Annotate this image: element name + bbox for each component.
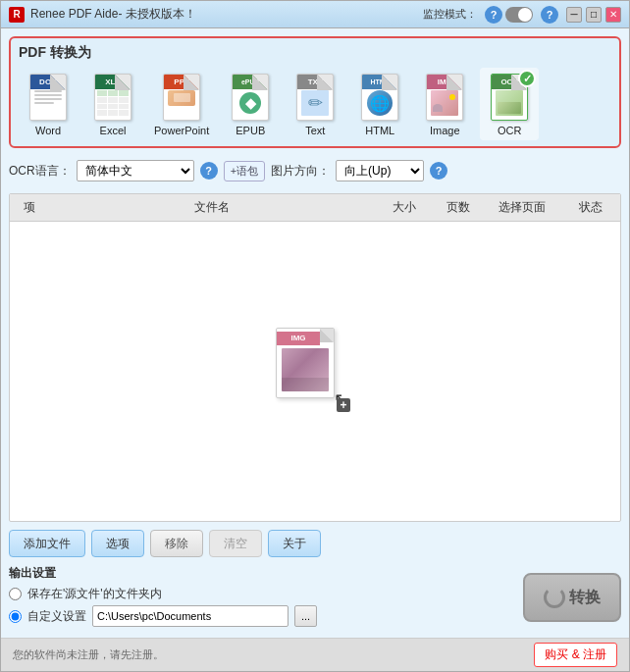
about-btn[interactable]: 关于 bbox=[268, 530, 321, 557]
format-text[interactable]: TXT ✏ Text bbox=[286, 68, 344, 140]
output-row: 输出设置 保存在'源文件'的文件夹内 自定义设置 ... 转换 bbox=[9, 565, 621, 630]
table-body: IMG ↖ + bbox=[10, 222, 620, 521]
ocr-options-row: OCR语言： 简体中文 ? +语包 图片方向： 向上(Up) ? bbox=[9, 156, 621, 185]
title-bar: R Renee PDF Aide- 未授权版本！ 监控模式： ? ? ─ □ ✕ bbox=[1, 1, 629, 28]
maximize-btn[interactable]: □ bbox=[586, 7, 602, 23]
ocr-selected-badge: ✓ bbox=[518, 70, 536, 87]
options-btn[interactable]: 选项 bbox=[91, 530, 144, 557]
radio-row-1: 保存在'源文件'的文件夹内 bbox=[9, 586, 513, 602]
add-file-btn[interactable]: 添加文件 bbox=[9, 530, 85, 557]
epub-label: EPUB bbox=[236, 125, 265, 136]
remove-btn[interactable]: 移除 bbox=[150, 530, 203, 557]
format-image[interactable]: IMG Image bbox=[415, 68, 474, 140]
th-filename: 文件名 bbox=[49, 197, 375, 218]
format-icon-row: DOC Word bbox=[19, 68, 611, 140]
output-title: 输出设置 bbox=[9, 565, 513, 582]
direction-select[interactable]: 向上(Up) bbox=[336, 160, 424, 181]
word-label: Word bbox=[35, 125, 61, 136]
placeholder-icon: IMG ↖ + bbox=[276, 328, 354, 416]
content-area: PDF 转换为 DOC bbox=[1, 28, 629, 638]
format-word[interactable]: DOC Word bbox=[19, 68, 78, 140]
direction-label: 图片方向： bbox=[271, 163, 330, 180]
ppt-label: PowerPoint bbox=[154, 125, 209, 136]
close-btn[interactable]: ✕ bbox=[605, 7, 621, 23]
pdf-convert-panel: PDF 转换为 DOC bbox=[9, 36, 621, 148]
radio-custom-label: 自定义设置 bbox=[27, 608, 86, 625]
help-btn[interactable]: ? bbox=[541, 6, 558, 24]
radio-source-label: 保存在'源文件'的文件夹内 bbox=[27, 586, 162, 602]
output-settings: 输出设置 保存在'源文件'的文件夹内 自定义设置 ... bbox=[9, 565, 513, 630]
browse-btn[interactable]: ... bbox=[294, 605, 317, 627]
format-excel[interactable]: XLS Excel bbox=[83, 68, 142, 140]
ocr-label: OCR bbox=[498, 125, 521, 136]
bottom-bar: 您的软件尚未注册，请先注册。 购买 & 注册 bbox=[1, 638, 629, 671]
monitor-mode-label: 监控模式： bbox=[423, 7, 477, 22]
buy-btn[interactable]: 购买 & 注册 bbox=[534, 643, 617, 667]
convert-label: 转换 bbox=[569, 588, 601, 608]
th-xiang: 项 bbox=[10, 197, 49, 218]
radio-row-2: 自定义设置 ... bbox=[9, 605, 513, 627]
radio-custom[interactable] bbox=[9, 610, 22, 623]
file-table: 项 文件名 大小 页数 选择页面 状态 bbox=[9, 193, 621, 522]
th-size: 大小 bbox=[375, 197, 434, 218]
minimize-btn[interactable]: ─ bbox=[566, 7, 582, 23]
ocr-help-btn[interactable]: ? bbox=[200, 162, 218, 180]
action-buttons: 添加文件 选项 移除 清空 关于 bbox=[9, 530, 621, 557]
convert-spin-icon bbox=[544, 587, 565, 608]
monitor-toggle[interactable] bbox=[505, 7, 533, 23]
th-selpage: 选择页面 bbox=[483, 197, 561, 218]
format-epub[interactable]: ePUB ◆ EPUB bbox=[221, 68, 280, 140]
plus-badge: + bbox=[337, 398, 350, 412]
app-icon: R bbox=[9, 7, 25, 23]
image-label: Image bbox=[430, 125, 460, 136]
bottom-notice: 您的软件尚未注册，请先注册。 bbox=[13, 647, 164, 662]
pdf-convert-title: PDF 转换为 bbox=[19, 44, 611, 62]
window-controls: ─ □ ✕ bbox=[566, 7, 621, 23]
convert-btn-area: 转换 bbox=[523, 565, 621, 622]
ocr-lang-select[interactable]: 简体中文 bbox=[77, 160, 194, 181]
th-status: 状态 bbox=[561, 197, 620, 218]
clear-btn[interactable]: 清空 bbox=[209, 530, 262, 557]
th-pages: 页数 bbox=[434, 197, 483, 218]
convert-btn[interactable]: 转换 bbox=[523, 573, 621, 622]
lang-pack-btn[interactable]: +语包 bbox=[224, 161, 265, 181]
radio-source[interactable] bbox=[9, 588, 22, 600]
excel-label: Excel bbox=[100, 125, 127, 136]
format-ocr[interactable]: OCR ✓ OCR bbox=[480, 68, 539, 140]
html-label: HTML bbox=[365, 125, 394, 136]
format-ppt[interactable]: PPT PowerPoint bbox=[148, 68, 215, 140]
ocr-lang-label: OCR语言： bbox=[9, 163, 71, 180]
main-window: R Renee PDF Aide- 未授权版本！ 监控模式： ? ? ─ □ ✕… bbox=[0, 0, 630, 672]
text-label: Text bbox=[305, 125, 325, 136]
format-html[interactable]: HTML 🌐 HTML bbox=[350, 68, 409, 140]
direction-help-btn[interactable]: ? bbox=[430, 162, 447, 180]
drop-area: IMG ↖ + bbox=[276, 328, 354, 416]
table-header: 项 文件名 大小 页数 选择页面 状态 bbox=[10, 194, 620, 222]
path-input[interactable] bbox=[92, 605, 289, 627]
window-title: Renee PDF Aide- 未授权版本！ bbox=[30, 6, 423, 23]
monitor-help-btn[interactable]: ? bbox=[485, 6, 502, 24]
